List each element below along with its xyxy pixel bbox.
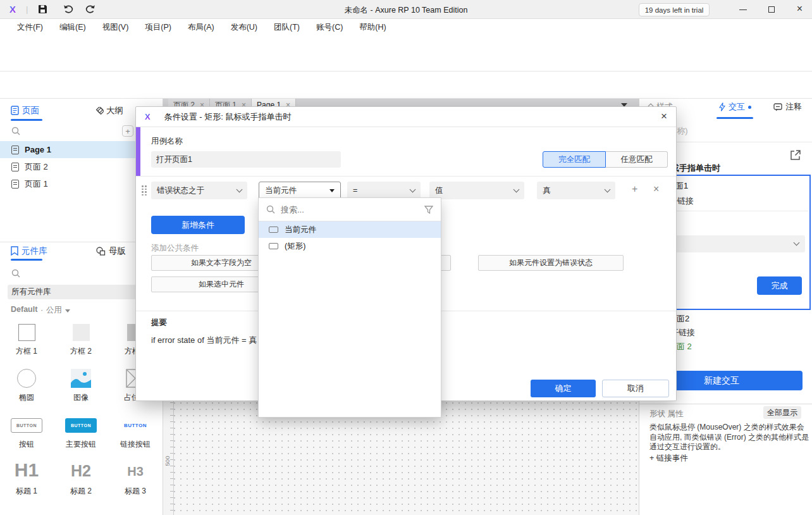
widget-label: 标题 3 xyxy=(108,486,163,497)
add-page-button[interactable]: + xyxy=(122,125,133,137)
summary-label: 提要 xyxy=(151,318,167,328)
active-tab-underline xyxy=(717,117,753,119)
menu-help[interactable]: 帮助(H) xyxy=(351,22,394,33)
tab-outline[interactable]: 大纲 xyxy=(106,105,123,116)
picker-search-input[interactable] xyxy=(281,205,419,214)
chevron-down-icon xyxy=(65,309,70,313)
minimize-button[interactable] xyxy=(730,0,756,19)
cancel-button[interactable]: 取消 xyxy=(602,380,669,397)
condition-operator-select[interactable]: = xyxy=(347,182,421,199)
search-icon[interactable] xyxy=(11,127,20,137)
libraries-icon xyxy=(11,246,18,258)
condition-target-combo-open[interactable]: 当前元件 xyxy=(259,182,341,199)
shape-props-label: 形状 属性 xyxy=(649,409,683,419)
primary-button-icon: BUTTON xyxy=(65,418,97,433)
page-icon xyxy=(11,180,19,189)
condition-value-select[interactable]: 真 xyxy=(537,182,615,199)
image-icon xyxy=(71,369,91,388)
condition-type-select[interactable]: 错误状态之于 xyxy=(151,182,247,199)
library-group-label[interactable]: Default xyxy=(11,305,37,314)
filter-funnel-icon[interactable] xyxy=(424,206,433,214)
h1-icon: H1 xyxy=(15,459,39,481)
widget-link-button[interactable]: BUTTON xyxy=(108,418,163,433)
widget-primary-button[interactable]: BUTTON xyxy=(54,418,108,433)
show-all-button[interactable]: 全部显示 xyxy=(763,406,801,419)
unsaved-dot-icon xyxy=(748,106,751,109)
widget-image[interactable] xyxy=(54,369,108,388)
condition-value-type-select[interactable]: 值 xyxy=(429,182,524,199)
add-row-button[interactable]: + xyxy=(632,183,637,195)
widget-h3[interactable]: H3 xyxy=(108,464,163,479)
widget-label: 主要按钮 xyxy=(54,439,108,450)
picker-search-row xyxy=(259,198,441,221)
condition-type-value: 错误状态之于 xyxy=(157,185,204,196)
h2-icon: H2 xyxy=(71,462,91,480)
common-error-state-button[interactable]: 如果元件设置为错误状态 xyxy=(478,255,624,271)
h3-icon: H3 xyxy=(127,464,144,479)
picker-option[interactable]: (矩形) xyxy=(259,238,441,254)
widget-label: 椭圆 xyxy=(0,392,54,403)
search-icon[interactable] xyxy=(11,269,20,280)
widget-rect-icon xyxy=(269,243,278,249)
dot-separator: · xyxy=(40,305,43,314)
menu-bar: 文件(F) 编辑(E) 视图(V) 项目(P) 布局(A) 发布(U) 团队(T… xyxy=(0,19,812,35)
ok-button[interactable]: 确定 xyxy=(531,380,596,397)
case-name-input[interactable] xyxy=(151,151,341,168)
close-dialog-button[interactable]: × xyxy=(661,110,667,123)
library-scope-label[interactable]: 公用 xyxy=(46,305,62,316)
title-bar: X | 未命名 - Axure RP 10 Team Edition 19 da… xyxy=(0,0,812,19)
page-row-label: 页面 2 xyxy=(25,161,48,173)
maximize-button[interactable] xyxy=(759,0,784,19)
axure-window: X | 未命名 - Axure RP 10 Team Edition 19 da… xyxy=(0,0,812,515)
widget-label: 标题 1 xyxy=(0,486,54,497)
page-icon xyxy=(11,146,19,154)
add-condition-button[interactable]: 新增条件 xyxy=(151,216,245,234)
menu-account[interactable]: 账号(C) xyxy=(308,22,351,33)
box2-icon xyxy=(73,324,90,341)
menu-edit[interactable]: 编辑(E) xyxy=(51,22,94,33)
widget-ellipse[interactable] xyxy=(0,369,54,388)
case-name-label: 用例名称 xyxy=(151,136,183,147)
match-all-toggle[interactable]: 完全匹配 xyxy=(543,151,606,168)
tab-notes-label: 注释 xyxy=(785,101,802,113)
condition-value-type: 值 xyxy=(435,185,443,196)
widget-label: 按钮 xyxy=(0,439,54,450)
menu-publish[interactable]: 发布(U) xyxy=(223,22,266,33)
widget-h2[interactable]: H2 xyxy=(54,462,108,480)
menu-team[interactable]: 团队(T) xyxy=(266,22,308,33)
search-icon xyxy=(266,205,275,214)
done-button[interactable]: 完成 xyxy=(757,276,802,295)
close-window-button[interactable]: × xyxy=(787,0,812,19)
tab-libraries[interactable]: 元件库 xyxy=(22,245,47,257)
menu-project[interactable]: 项目(P) xyxy=(137,22,180,33)
divider xyxy=(136,176,676,177)
active-tab-underline xyxy=(11,119,42,121)
link-button-icon: BUTTON xyxy=(124,418,147,433)
widget-button[interactable]: BUTTON xyxy=(0,418,54,433)
main-toolbar: T xyxy=(0,35,812,71)
widget-box1[interactable] xyxy=(0,324,54,341)
widget-box2[interactable] xyxy=(54,324,108,341)
tab-masters[interactable]: 母版 xyxy=(109,245,126,257)
condition-value: 真 xyxy=(543,185,551,196)
match-any-toggle[interactable]: 任意匹配 xyxy=(606,151,668,168)
menu-view[interactable]: 视图(V) xyxy=(94,22,137,33)
widget-label: 方框 2 xyxy=(54,346,108,357)
widget-h1[interactable]: H1 xyxy=(0,459,54,481)
picker-option-selected[interactable]: 当前元件 xyxy=(259,221,441,238)
library-filter-select[interactable]: 所有元件库 xyxy=(8,285,156,299)
external-link-icon[interactable] xyxy=(790,149,801,163)
dialog-header: X 条件设置 - 矩形: 鼠标或手指单击时 × xyxy=(136,107,676,127)
tab-interactions[interactable]: 交互 xyxy=(719,101,751,113)
tab-interactions-label: 交互 xyxy=(729,101,745,113)
trial-badge[interactable]: 19 days left in trial xyxy=(639,3,710,16)
remove-row-button[interactable]: × xyxy=(653,183,659,195)
drag-handle[interactable] xyxy=(142,185,147,195)
tab-notes[interactable]: 注释 xyxy=(773,101,802,113)
link-events-button[interactable]: + 链接事件 xyxy=(649,453,688,464)
menu-layout[interactable]: 布局(A) xyxy=(180,22,223,33)
divider xyxy=(639,404,812,404)
widget-label: 方框 1 xyxy=(0,346,54,357)
tab-pages[interactable]: 页面 xyxy=(22,105,39,116)
menu-file[interactable]: 文件(F) xyxy=(9,22,51,33)
